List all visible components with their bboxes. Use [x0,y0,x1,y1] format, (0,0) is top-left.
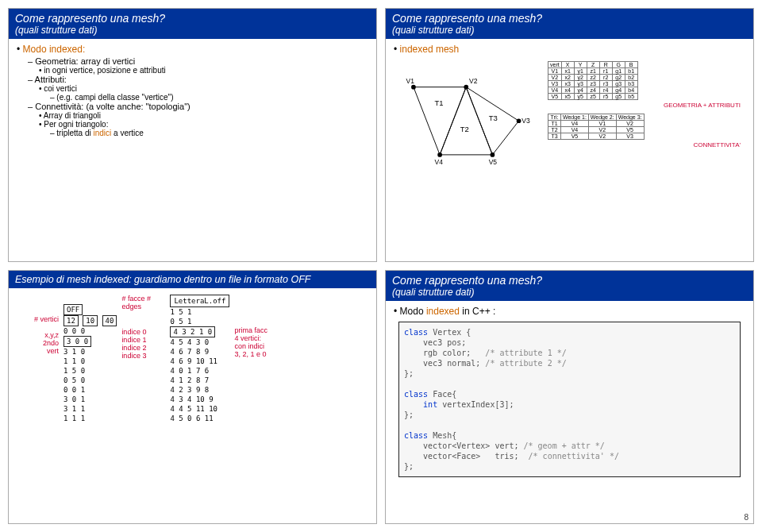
slide3-title: Esempio di mesh indexed: guardiamo dentr… [15,274,370,285]
slide1-body: Modo indexed: Geometria: array di vertic… [9,39,376,142]
vertex-table: vertXYZRGBV1x1y1z1r1g1b1V2x2y2z2r2g2b2V3… [548,61,638,100]
slide-subtitle: (quali strutture dati) [392,25,747,36]
svg-point-5 [464,85,468,90]
slide-cpp: Come rappresento una mesh? (quali strutt… [385,270,754,524]
attr-sub1: coi vertici [39,84,368,93]
conn-sub2: Per ogni triangolo: [39,120,368,129]
b1-cpp: Modo indexed in C++ : [394,306,745,317]
slide-title: Come rappresento una mesh? [15,12,370,25]
slide2-body: indexed mesh V1 V2 V3 V4 V5 T1 T2 T3 ver… [386,39,753,198]
annot-left: # vertici x,y,z 2ndo vert [15,295,59,355]
mesh-diagram: V1 V2 V3 V4 V5 T1 T2 T3 [398,61,541,188]
svg-text:T3: T3 [489,114,498,122]
code-block: class Vertex { vec3 pos; rgb color; /* a… [404,327,735,472]
b1: Modo indexed: [17,44,368,55]
slide-header: Come rappresento una mesh? (quali strutt… [9,9,376,39]
svg-marker-1 [440,87,492,155]
annot-right: prima facc 4 vertici: con indici 3, 2, 1… [234,295,282,358]
tables: vertXYZRGBV1x1y1z1r1g1b1V2x2y2z2r2g2b2V3… [548,61,741,188]
slide-indexed-modo: Come rappresento una mesh? (quali strutt… [8,8,377,262]
geom-label: GEOMETRIA + ATTRIBUTI [548,102,741,109]
geom-sub1: in ogni vertice, posizione e attributi [39,66,368,75]
conn-label: CONNETTIVITA' [548,141,741,148]
conn-sub3: tripletta di indici a vertice [50,129,368,137]
geom: Geometria: array di vertici [28,56,368,66]
tri-table: Tri:Wedge 1:Wedge 2:Wedge 3:T1V4V1V2T2V4… [548,114,645,140]
attr-sub2: (e.g. campi della classe "vertice") [50,93,368,102]
slide-header: Esempio di mesh indexed: guardiamo dentr… [9,271,376,288]
slide-header: Come rappresento una mesh? (quali strutt… [386,271,753,301]
attr: Attributi: [28,75,368,84]
svg-text:V1: V1 [406,77,414,85]
svg-text:V5: V5 [489,158,498,166]
svg-text:V2: V2 [469,77,478,85]
svg-point-11 [491,152,495,157]
slide-subtitle: (quali strutture dati) [392,287,747,298]
slide-title: Come rappresento una mesh? [392,274,747,287]
slide-subtitle: (quali strutture dati) [15,25,370,36]
svg-text:V3: V3 [521,117,530,125]
code-box: class Vertex { vec3 pos; rgb color; /* a… [398,322,741,477]
faces-column: LetteraL.off 1 5 10 5 14 3 2 1 04 5 4 3 … [170,295,229,423]
svg-point-7 [517,118,521,123]
svg-text:T2: T2 [460,125,469,133]
slide-indexed-mesh: Come rappresento una mesh? (quali strutt… [385,8,754,262]
page-number: 8 [744,513,749,522]
verts-column: OFF 12 10 40 0 0 03 0 03 1 01 1 01 5 00 … [64,295,117,423]
slide-header: Come rappresento una mesh? (quali strutt… [386,9,753,39]
conn-sub1: Array di triangoli [39,111,368,120]
conn: Connettività: (a volte anche: "topologia… [28,102,368,111]
svg-point-3 [411,85,416,90]
svg-point-9 [437,152,442,157]
annot-mid: # facce # edges indice 0 indice 1 indice… [121,295,165,360]
svg-marker-0 [414,87,466,155]
slide-off-file: Esempio di mesh indexed: guardiamo dentr… [8,270,377,524]
slide3-body: # vertici x,y,z 2ndo vert OFF 12 10 40 0… [9,288,376,430]
svg-text:T1: T1 [434,98,443,107]
slide-title: Come rappresento una mesh? [392,12,747,25]
b1-indexed-mesh: indexed mesh [394,44,745,55]
svg-text:V4: V4 [434,158,443,166]
slide4-body: Modo indexed in C++ : class Vertex { vec… [386,301,753,487]
